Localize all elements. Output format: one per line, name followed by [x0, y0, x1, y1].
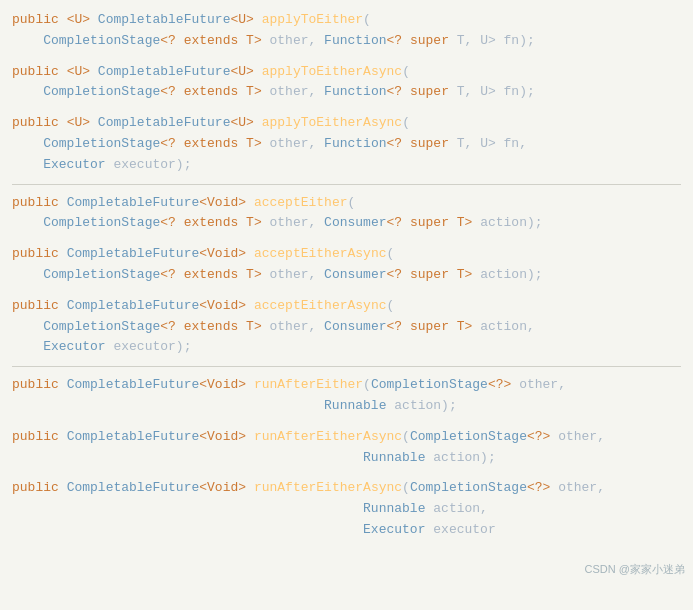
code-line: public CompletableFuture<Void> runAfterE…	[12, 427, 681, 448]
token-plain: T, U> fn);	[457, 33, 535, 48]
token-kw: super	[402, 84, 457, 99]
token-plain	[12, 319, 43, 334]
token-method: runAfterEither	[254, 377, 363, 392]
token-iface: Function	[324, 136, 386, 151]
token-iface: CompletionStage	[371, 377, 488, 392]
token-iface: CompletionStage	[43, 136, 160, 151]
token-plain: (	[363, 377, 371, 392]
token-iface: CompletionStage	[410, 429, 527, 444]
token-kw: <U>	[67, 64, 90, 79]
token-plain	[90, 12, 98, 27]
code-line: CompletionStage<? extends T> other, Cons…	[12, 213, 681, 234]
token-iface: CompletionStage	[43, 319, 160, 334]
token-kw: <Void>	[199, 246, 246, 261]
token-iface: CompletionStage	[43, 84, 160, 99]
token-method: applyToEitherAsync	[262, 115, 402, 130]
token-plain	[12, 339, 43, 354]
token-kw: T>	[457, 319, 473, 334]
code-line: Executor executor);	[12, 337, 681, 358]
token-kw: public	[12, 12, 59, 27]
token-kw: <?	[387, 136, 403, 151]
section-separator	[12, 366, 681, 367]
code-container: public <U> CompletableFuture<U> applyToE…	[0, 0, 693, 557]
token-kw: T>	[246, 319, 262, 334]
token-kw: <U>	[230, 12, 253, 27]
token-plain	[59, 429, 67, 444]
token-kw: public	[12, 195, 59, 210]
code-line: CompletionStage<? extends T> other, Cons…	[12, 317, 681, 338]
token-kw: T>	[246, 84, 262, 99]
token-plain: other,	[262, 267, 324, 282]
token-plain: (	[402, 115, 410, 130]
token-plain	[246, 429, 254, 444]
token-kw: <U>	[67, 115, 90, 130]
token-plain	[12, 215, 43, 230]
code-line: public CompletableFuture<Void> acceptEit…	[12, 193, 681, 214]
code-block-block1: public <U> CompletableFuture<U> applyToE…	[12, 8, 681, 54]
token-plain: executor);	[106, 157, 192, 172]
token-plain: other,	[550, 480, 605, 495]
token-iface: CompletableFuture	[67, 429, 200, 444]
code-line: Runnable action);	[12, 396, 681, 417]
token-kw: <U>	[67, 12, 90, 27]
token-plain: other,	[262, 215, 324, 230]
token-method: acceptEitherAsync	[254, 246, 387, 261]
token-kw: <?	[160, 319, 176, 334]
token-iface: CompletionStage	[43, 267, 160, 282]
token-iface: Function	[324, 84, 386, 99]
token-plain: T, U> fn);	[457, 84, 535, 99]
token-plain: other,	[262, 136, 324, 151]
token-kw: T>	[457, 215, 473, 230]
token-plain: (	[348, 195, 356, 210]
token-kw: <?	[387, 33, 403, 48]
token-kw: <?	[160, 215, 176, 230]
token-plain: (	[402, 480, 410, 495]
token-kw: public	[12, 298, 59, 313]
token-kw: T>	[246, 33, 262, 48]
token-kw: super	[402, 33, 457, 48]
token-kw: <?	[160, 267, 176, 282]
token-method: acceptEitherAsync	[254, 298, 387, 313]
token-plain: (	[363, 12, 371, 27]
token-kw: public	[12, 377, 59, 392]
token-method: acceptEither	[254, 195, 348, 210]
token-kw: <Void>	[199, 480, 246, 495]
token-kw: T>	[246, 136, 262, 151]
token-plain: action);	[386, 398, 456, 413]
token-plain: other,	[262, 84, 324, 99]
token-plain: (	[402, 64, 410, 79]
code-line: CompletionStage<? extends T> other, Func…	[12, 31, 681, 52]
token-plain	[254, 12, 262, 27]
token-plain	[246, 480, 254, 495]
token-plain: (	[387, 246, 395, 261]
token-kw: super	[402, 267, 457, 282]
token-method: runAfterEitherAsync	[254, 429, 402, 444]
code-block-block5: public CompletableFuture<Void> acceptEit…	[12, 242, 681, 288]
token-plain: (	[402, 429, 410, 444]
token-kw: public	[12, 246, 59, 261]
token-plain	[254, 64, 262, 79]
code-line: Executor executor	[12, 520, 681, 541]
token-kw: <U>	[230, 115, 253, 130]
token-plain	[254, 115, 262, 130]
token-plain	[12, 522, 363, 537]
token-kw: <?	[160, 33, 176, 48]
token-plain	[59, 115, 67, 130]
token-kw: <?>	[527, 480, 550, 495]
token-plain: action);	[425, 450, 495, 465]
token-plain: action);	[472, 267, 542, 282]
token-kw: <?	[387, 319, 403, 334]
token-kw: <?	[387, 215, 403, 230]
token-plain	[59, 377, 67, 392]
token-plain	[59, 480, 67, 495]
token-plain	[59, 12, 67, 27]
code-line: public <U> CompletableFuture<U> applyToE…	[12, 62, 681, 83]
code-block-block8: public CompletableFuture<Void> runAfterE…	[12, 425, 681, 471]
token-kw: extends	[176, 33, 246, 48]
token-kw: <Void>	[199, 298, 246, 313]
code-line: public <U> CompletableFuture<U> applyToE…	[12, 10, 681, 31]
token-kw: extends	[176, 84, 246, 99]
code-line: CompletionStage<? extends T> other, Func…	[12, 134, 681, 155]
token-plain	[59, 246, 67, 261]
token-iface: Function	[324, 33, 386, 48]
